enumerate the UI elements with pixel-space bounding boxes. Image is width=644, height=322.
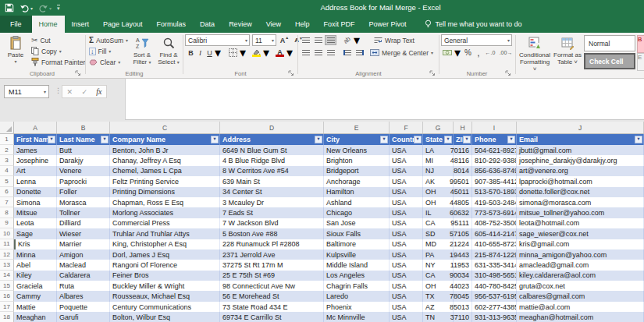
row-header-1[interactable]: 1 bbox=[0, 134, 14, 145]
cell-C15[interactable]: Buckley Miller & Wright bbox=[110, 281, 220, 291]
tab-file[interactable]: File bbox=[0, 16, 32, 33]
cell-E11[interactable]: Baltimore bbox=[324, 239, 390, 249]
font-family-select[interactable]: Calibri▾ bbox=[185, 34, 250, 46]
cell-F6[interactable]: USA bbox=[390, 187, 423, 197]
tab-page-layout[interactable]: Page Layout bbox=[96, 16, 150, 33]
cell-F7[interactable]: USA bbox=[390, 197, 423, 207]
clear-button[interactable]: Clear ▾ bbox=[87, 57, 122, 67]
cell-J11[interactable]: kris@gmail.com bbox=[517, 239, 644, 249]
cell-H12[interactable]: 19443 bbox=[454, 249, 472, 260]
cell-G18[interactable]: TN bbox=[423, 312, 454, 322]
paste-button[interactable]: Paste ▾ bbox=[5, 34, 27, 65]
cell-F11[interactable]: USA bbox=[390, 239, 423, 249]
clipboard-dialog-launcher[interactable] bbox=[75, 70, 82, 77]
underline-caret[interactable]: ▾ bbox=[215, 45, 221, 60]
cell-F5[interactable]: USA bbox=[390, 176, 423, 186]
cell-H15[interactable]: 44023 bbox=[454, 281, 472, 291]
cell-C10[interactable]: Truhlar And Truhlar Attys bbox=[110, 228, 220, 239]
filter-button[interactable]: ▼ bbox=[414, 136, 422, 143]
filter-button[interactable]: ▼ bbox=[380, 136, 388, 143]
cell-E2[interactable]: New Orleans bbox=[324, 145, 390, 155]
cell-H5[interactable]: 99501 bbox=[454, 176, 472, 186]
increase-indent-button[interactable] bbox=[354, 48, 365, 58]
cell-H9[interactable]: 95111 bbox=[454, 218, 472, 228]
sort-filter-button[interactable]: A Z Sort & Filter ▾ bbox=[130, 34, 155, 66]
cell-J10[interactable]: sage_wieser@cox.net bbox=[517, 228, 644, 239]
undo-button[interactable]: ▾ bbox=[20, 4, 33, 12]
cell-A8[interactable]: Mitsue bbox=[14, 207, 57, 218]
cell-B7[interactable]: Morasca bbox=[57, 197, 110, 207]
save-button[interactable] bbox=[5, 3, 14, 12]
cell-C7[interactable]: Chapman, Ross E Esq bbox=[110, 197, 220, 207]
column-header-B[interactable]: B bbox=[57, 122, 110, 133]
borders-caret[interactable]: ▾ bbox=[240, 45, 246, 60]
cell-J12[interactable]: minna_amigon@yahoo.com bbox=[517, 249, 644, 260]
cell-D15[interactable]: 98 Connecticut Ave Nw bbox=[220, 281, 324, 291]
undo-dropdown-caret[interactable]: ▾ bbox=[30, 5, 33, 11]
cell-C14[interactable]: Feiner Bros bbox=[110, 271, 220, 281]
cell-E6[interactable]: Hamilton bbox=[324, 187, 390, 197]
cell-D16[interactable]: 56 E Morehead St bbox=[220, 291, 324, 301]
align-right-button[interactable] bbox=[325, 48, 336, 58]
cell-C16[interactable]: Rousseaux, Michael Esq bbox=[110, 291, 220, 301]
underline-button[interactable]: U bbox=[205, 49, 214, 57]
cell-D14[interactable]: 25 E 75th St #69 bbox=[220, 271, 324, 281]
cell-I5[interactable]: 907-385-4412 bbox=[472, 176, 517, 186]
column-header-D[interactable]: D bbox=[220, 122, 324, 133]
cell-A17[interactable]: Mattie bbox=[14, 302, 57, 312]
number-format-select[interactable]: General▾ bbox=[441, 34, 512, 46]
cell-C17[interactable]: Century Communications bbox=[110, 302, 220, 312]
borders-button[interactable] bbox=[227, 48, 239, 58]
cell-B8[interactable]: Tollner bbox=[57, 207, 110, 218]
cell-F3[interactable]: USA bbox=[390, 155, 423, 165]
row-header-10[interactable]: 10 bbox=[0, 228, 14, 239]
cell-E14[interactable]: Los Angeles bbox=[324, 271, 390, 281]
cell-A2[interactable]: James bbox=[14, 145, 57, 155]
percent-style-button[interactable]: % bbox=[462, 48, 474, 58]
cell-G6[interactable]: OH bbox=[423, 187, 454, 197]
cell-J15[interactable]: gruta@cox.net bbox=[517, 281, 644, 291]
cell-F12[interactable]: USA bbox=[390, 249, 423, 260]
cell-F8[interactable]: USA bbox=[390, 207, 423, 218]
copy-button[interactable]: Copy ▾ bbox=[30, 46, 63, 56]
column-header-G[interactable]: G bbox=[423, 122, 454, 133]
cell-D11[interactable]: 228 Runamuck Pl #2808 bbox=[220, 239, 324, 249]
cell-D18[interactable]: 69734 E Carrillo St bbox=[220, 312, 324, 322]
tell-me-box[interactable]: Tell me what you want to do bbox=[425, 16, 522, 33]
cell-E18[interactable]: Mc Minnville bbox=[324, 312, 390, 322]
column-header-C[interactable]: C bbox=[110, 122, 220, 133]
cell-I2[interactable]: 504-621-8927 bbox=[472, 145, 517, 155]
find-select-button[interactable]: Find & Select ▾ bbox=[156, 34, 181, 66]
cell-A18[interactable]: Meaghan bbox=[14, 312, 57, 322]
cell-A7[interactable]: Simona bbox=[14, 197, 57, 207]
wrap-text-button[interactable]: Wrap Text bbox=[372, 35, 416, 45]
cell-D2[interactable]: 6649 N Blue Gum St bbox=[220, 145, 324, 155]
redo-button[interactable]: ▾ bbox=[38, 4, 52, 12]
cell-F14[interactable]: USA bbox=[390, 271, 423, 281]
row-header-3[interactable]: 3 bbox=[0, 155, 14, 165]
cell-A10[interactable]: Sage bbox=[14, 228, 57, 239]
cell-I11[interactable]: 410-655-8723 bbox=[472, 239, 517, 249]
insert-function-icon[interactable]: fx bbox=[96, 87, 101, 96]
cell-I7[interactable]: 419-503-2484 bbox=[472, 197, 517, 207]
cell-J18[interactable]: meaghan@hotmail.com bbox=[517, 312, 644, 322]
cut-button[interactable]: ✂ Cut bbox=[30, 35, 52, 45]
cell-I17[interactable]: 602-277-4385 bbox=[472, 302, 517, 312]
accounting-caret[interactable]: ▾ bbox=[454, 45, 461, 60]
bold-button[interactable]: B bbox=[187, 49, 195, 57]
cell-I3[interactable]: 810-292-9388 bbox=[472, 155, 517, 165]
decrease-decimal-button[interactable]: .00→ bbox=[499, 48, 513, 58]
table-header-cell-H[interactable]: ZIP▼ bbox=[454, 134, 472, 145]
cell-H11[interactable]: 21224 bbox=[454, 239, 472, 249]
enter-icon[interactable]: ✓ bbox=[81, 88, 87, 96]
cell-I4[interactable]: 856-636-8749 bbox=[472, 166, 517, 176]
cell-A16[interactable]: Cammy bbox=[14, 291, 57, 301]
tab-review[interactable]: Review bbox=[222, 16, 259, 33]
cell-I8[interactable]: 773-573-6914 bbox=[472, 207, 517, 218]
bottom-align-button[interactable] bbox=[325, 35, 336, 45]
row-header-9[interactable]: 9 bbox=[0, 218, 14, 228]
style-explanatory-partial[interactable]: E bbox=[637, 53, 644, 71]
top-align-button[interactable] bbox=[300, 35, 311, 45]
cell-E7[interactable]: Ashland bbox=[324, 197, 390, 207]
cell-B18[interactable]: Garufi bbox=[57, 312, 110, 322]
